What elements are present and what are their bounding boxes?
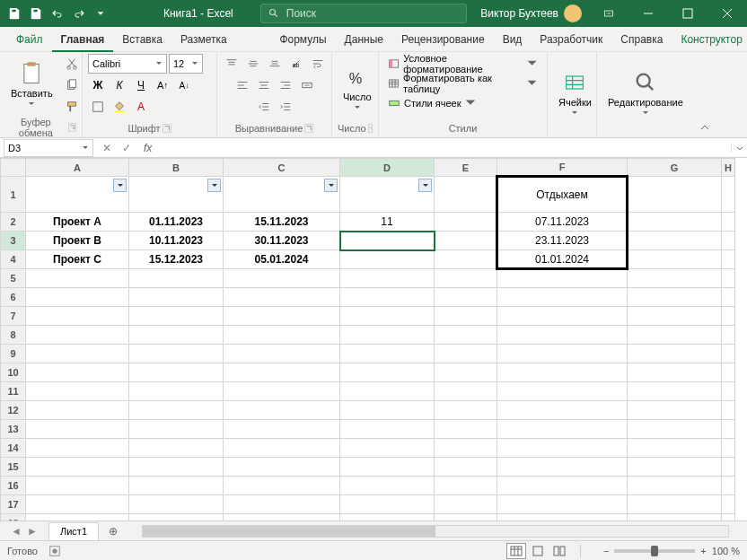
cell-B8[interactable] — [129, 326, 224, 345]
cell-G4[interactable] — [628, 250, 722, 269]
row-header-6[interactable]: 6 — [1, 288, 26, 307]
cell-E8[interactable] — [435, 326, 497, 345]
row-header-5[interactable]: 5 — [1, 269, 26, 288]
cell-A8[interactable] — [26, 326, 129, 345]
cell-C2[interactable]: 15.11.2023 — [224, 213, 340, 232]
cell-A1[interactable]: Проект — [26, 177, 129, 213]
close-button[interactable] — [707, 0, 747, 27]
cell-A16[interactable] — [26, 477, 129, 495]
cell-H1[interactable] — [722, 177, 735, 213]
cell-C12[interactable] — [224, 401, 340, 420]
cell-D12[interactable] — [340, 401, 435, 420]
cell-E11[interactable] — [435, 382, 497, 401]
orientation-button[interactable]: ab — [286, 54, 306, 74]
autosave-icon[interactable] — [5, 4, 23, 22]
expand-formula-bar-button[interactable] — [731, 144, 747, 153]
cell-D4[interactable] — [340, 250, 435, 269]
cell-B16[interactable] — [129, 477, 224, 495]
cell-E5[interactable] — [435, 269, 497, 288]
cell-G7[interactable] — [628, 307, 722, 326]
row-header-13[interactable]: 13 — [1, 420, 26, 439]
cell-C18[interactable] — [224, 514, 340, 521]
save-icon[interactable] — [27, 4, 45, 22]
cell-H11[interactable] — [722, 382, 735, 401]
font-size-select[interactable]: 12 — [169, 54, 203, 74]
cell-B6[interactable] — [129, 288, 224, 307]
cell-E3[interactable] — [435, 232, 497, 250]
cell-F2[interactable]: 07.11.2023 — [497, 213, 628, 232]
cell-styles-button[interactable]: Стили ячеек — [384, 93, 480, 113]
cell-G15[interactable] — [628, 458, 722, 477]
cell-G6[interactable] — [628, 288, 722, 307]
view-page-layout-button[interactable] — [528, 543, 548, 559]
italic-button[interactable]: К — [110, 75, 129, 95]
cell-A5[interactable] — [26, 269, 129, 288]
cell-A4[interactable]: Проект C — [26, 250, 129, 269]
macro-record-icon[interactable] — [48, 545, 61, 557]
cell-C5[interactable] — [224, 269, 340, 288]
minimize-button[interactable] — [628, 0, 668, 27]
col-header-B[interactable]: B — [129, 159, 224, 177]
cell-H7[interactable] — [722, 307, 735, 326]
cell-H3[interactable] — [722, 232, 735, 250]
cell-F15[interactable] — [497, 458, 628, 477]
cell-E10[interactable] — [435, 363, 497, 382]
row-header-11[interactable]: 11 — [1, 382, 26, 401]
cell-E14[interactable] — [435, 439, 497, 458]
cell-B15[interactable] — [129, 458, 224, 477]
col-header-F[interactable]: F — [497, 159, 628, 177]
cell-C1[interactable]: Дата завершения — [224, 177, 340, 213]
font-color-button[interactable]: A — [131, 97, 151, 117]
undo-icon[interactable] — [48, 4, 66, 22]
row-header-8[interactable]: 8 — [1, 326, 26, 345]
col-header-H[interactable]: H — [722, 159, 735, 177]
filter-button[interactable] — [324, 179, 338, 192]
row-header-16[interactable]: 16 — [1, 477, 26, 495]
tab-home[interactable]: Главная — [52, 27, 114, 52]
cell-F18[interactable] — [497, 514, 628, 521]
cell-B4[interactable]: 15.12.2023 — [129, 250, 224, 269]
fx-confirm-button[interactable]: ✓ — [119, 140, 135, 156]
format-painter-button[interactable] — [62, 97, 82, 117]
cell-E15[interactable] — [435, 458, 497, 477]
cell-C17[interactable] — [224, 495, 340, 514]
cell-E12[interactable] — [435, 401, 497, 420]
cell-B9[interactable] — [129, 345, 224, 363]
bold-button[interactable]: Ж — [88, 75, 108, 95]
user-account[interactable]: Виктор Бухтеев — [473, 4, 589, 22]
merge-button[interactable] — [297, 75, 317, 95]
cell-A3[interactable]: Проект B — [26, 232, 129, 250]
cell-C3[interactable]: 30.11.2023 — [224, 232, 340, 250]
cell-A14[interactable] — [26, 439, 129, 458]
borders-button[interactable] — [88, 97, 108, 117]
cell-E9[interactable] — [435, 345, 497, 363]
tab-layout[interactable]: Разметка страницы — [171, 27, 270, 52]
cell-B14[interactable] — [129, 439, 224, 458]
cell-G18[interactable] — [628, 514, 722, 521]
cell-G13[interactable] — [628, 420, 722, 439]
cell-F17[interactable] — [497, 495, 628, 514]
cell-A6[interactable] — [26, 288, 129, 307]
zoom-slider[interactable] — [614, 549, 695, 553]
format-as-table-button[interactable]: Форматировать как таблицу — [384, 74, 541, 93]
cell-C11[interactable] — [224, 382, 340, 401]
row-header-1[interactable]: 1 — [1, 177, 26, 213]
cell-F11[interactable] — [497, 382, 628, 401]
cell-D2[interactable]: 11 — [340, 213, 435, 232]
formula-bar[interactable] — [158, 139, 731, 157]
cell-H8[interactable] — [722, 326, 735, 345]
cell-H12[interactable] — [722, 401, 735, 420]
cell-D14[interactable] — [340, 439, 435, 458]
align-right-button[interactable] — [276, 75, 295, 95]
row-header-15[interactable]: 15 — [1, 458, 26, 477]
editing-button[interactable]: Редактирование — [602, 68, 689, 120]
cell-A18[interactable] — [26, 514, 129, 521]
cell-G16[interactable] — [628, 477, 722, 495]
cell-C9[interactable] — [224, 345, 340, 363]
cell-G12[interactable] — [628, 401, 722, 420]
cell-G10[interactable] — [628, 363, 722, 382]
cell-B18[interactable] — [129, 514, 224, 521]
cell-E2[interactable] — [435, 213, 497, 232]
view-normal-button[interactable] — [506, 543, 526, 559]
row-header-10[interactable]: 10 — [1, 363, 26, 382]
